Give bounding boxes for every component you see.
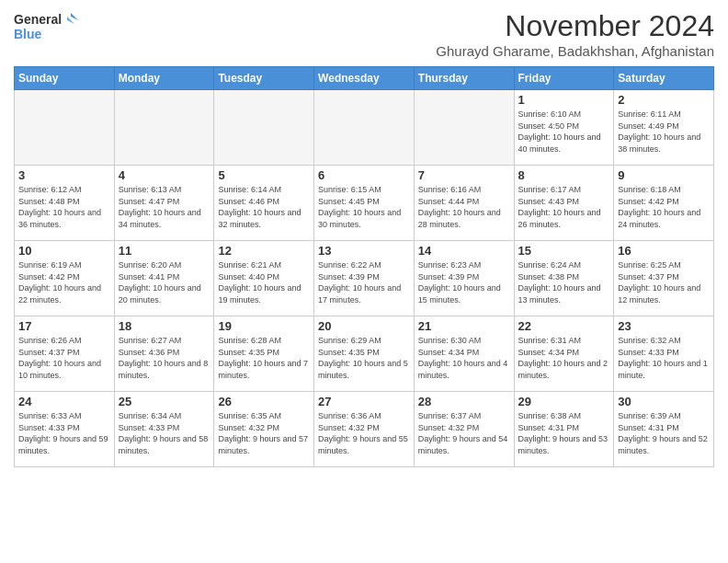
subtitle: Ghurayd Gharame, Badakhshan, Afghanistan — [436, 43, 714, 59]
svg-marker-2 — [71, 13, 78, 20]
day-info: Sunrise: 6:14 AM Sunset: 4:46 PM Dayligh… — [218, 184, 310, 230]
calendar-cell — [314, 90, 415, 166]
calendar-cell: 6Sunrise: 6:15 AM Sunset: 4:45 PM Daylig… — [314, 166, 415, 241]
page: General Blue November 2024 Ghurayd Ghara… — [0, 0, 728, 563]
calendar-cell: 1Sunrise: 6:10 AM Sunset: 4:50 PM Daylig… — [514, 90, 614, 166]
day-info: Sunrise: 6:33 AM Sunset: 4:33 PM Dayligh… — [18, 410, 110, 456]
day-number: 28 — [418, 395, 510, 408]
day-number: 10 — [18, 244, 110, 258]
day-number: 25 — [119, 395, 210, 408]
calendar-cell: 3Sunrise: 6:12 AM Sunset: 4:48 PM Daylig… — [15, 166, 115, 241]
day-number: 18 — [119, 319, 210, 333]
day-info: Sunrise: 6:29 AM Sunset: 4:35 PM Dayligh… — [318, 335, 410, 381]
day-info: Sunrise: 6:27 AM Sunset: 4:36 PM Dayligh… — [119, 335, 210, 381]
calendar-cell — [114, 90, 214, 166]
calendar-cell: 10Sunrise: 6:19 AM Sunset: 4:42 PM Dayli… — [15, 241, 115, 316]
day-info: Sunrise: 6:24 AM Sunset: 4:38 PM Dayligh… — [518, 259, 610, 305]
calendar-cell — [414, 90, 514, 166]
day-number: 6 — [318, 168, 410, 182]
day-info: Sunrise: 6:19 AM Sunset: 4:42 PM Dayligh… — [18, 259, 110, 305]
day-number: 20 — [318, 319, 410, 333]
day-number: 4 — [119, 168, 210, 182]
day-number: 22 — [518, 319, 610, 333]
calendar-cell: 14Sunrise: 6:23 AM Sunset: 4:39 PM Dayli… — [414, 241, 514, 316]
calendar-header-thursday: Thursday — [414, 67, 514, 90]
calendar-week-2: 3Sunrise: 6:12 AM Sunset: 4:48 PM Daylig… — [15, 166, 714, 241]
day-number: 30 — [618, 395, 710, 408]
calendar-cell: 29Sunrise: 6:38 AM Sunset: 4:31 PM Dayli… — [514, 392, 614, 467]
calendar-cell: 18Sunrise: 6:27 AM Sunset: 4:36 PM Dayli… — [114, 316, 214, 392]
day-number: 2 — [618, 93, 710, 107]
calendar-cell: 28Sunrise: 6:37 AM Sunset: 4:32 PM Dayli… — [414, 392, 514, 467]
day-info: Sunrise: 6:34 AM Sunset: 4:33 PM Dayligh… — [119, 410, 210, 456]
calendar-cell: 26Sunrise: 6:35 AM Sunset: 4:32 PM Dayli… — [214, 392, 314, 467]
calendar-cell: 12Sunrise: 6:21 AM Sunset: 4:40 PM Dayli… — [214, 241, 314, 316]
day-info: Sunrise: 6:37 AM Sunset: 4:32 PM Dayligh… — [418, 410, 510, 456]
day-info: Sunrise: 6:36 AM Sunset: 4:32 PM Dayligh… — [318, 410, 410, 456]
title-block: November 2024 Ghurayd Gharame, Badakhsha… — [436, 9, 714, 59]
day-info: Sunrise: 6:18 AM Sunset: 4:42 PM Dayligh… — [618, 184, 710, 230]
svg-text:General: General — [14, 12, 62, 27]
calendar-header-monday: Monday — [114, 67, 214, 90]
day-info: Sunrise: 6:39 AM Sunset: 4:31 PM Dayligh… — [618, 410, 710, 456]
day-info: Sunrise: 6:21 AM Sunset: 4:40 PM Dayligh… — [218, 259, 310, 305]
day-number: 17 — [18, 319, 110, 333]
calendar-cell: 27Sunrise: 6:36 AM Sunset: 4:32 PM Dayli… — [314, 392, 415, 467]
day-info: Sunrise: 6:20 AM Sunset: 4:41 PM Dayligh… — [119, 259, 210, 305]
calendar-week-3: 10Sunrise: 6:19 AM Sunset: 4:42 PM Dayli… — [15, 241, 714, 316]
calendar-cell: 30Sunrise: 6:39 AM Sunset: 4:31 PM Dayli… — [614, 392, 714, 467]
day-info: Sunrise: 6:22 AM Sunset: 4:39 PM Dayligh… — [318, 259, 410, 305]
calendar-cell: 23Sunrise: 6:32 AM Sunset: 4:33 PM Dayli… — [614, 316, 714, 392]
day-number: 14 — [418, 244, 510, 258]
calendar-cell: 22Sunrise: 6:31 AM Sunset: 4:34 PM Dayli… — [514, 316, 614, 392]
calendar-header-row: SundayMondayTuesdayWednesdayThursdayFrid… — [15, 67, 714, 90]
day-number: 13 — [318, 244, 410, 258]
svg-text:Blue: Blue — [14, 27, 42, 41]
day-info: Sunrise: 6:38 AM Sunset: 4:31 PM Dayligh… — [518, 410, 610, 456]
day-number: 27 — [318, 395, 410, 408]
calendar-cell: 19Sunrise: 6:28 AM Sunset: 4:35 PM Dayli… — [214, 316, 314, 392]
day-number: 12 — [218, 244, 310, 258]
calendar-cell: 2Sunrise: 6:11 AM Sunset: 4:49 PM Daylig… — [614, 90, 714, 166]
day-info: Sunrise: 6:30 AM Sunset: 4:34 PM Dayligh… — [418, 335, 510, 381]
day-info: Sunrise: 6:12 AM Sunset: 4:48 PM Dayligh… — [18, 184, 110, 230]
calendar-week-4: 17Sunrise: 6:26 AM Sunset: 4:37 PM Dayli… — [15, 316, 714, 392]
day-info: Sunrise: 6:16 AM Sunset: 4:44 PM Dayligh… — [418, 184, 510, 230]
day-number: 3 — [18, 168, 110, 182]
calendar-header-tuesday: Tuesday — [214, 67, 314, 90]
day-info: Sunrise: 6:10 AM Sunset: 4:50 PM Dayligh… — [518, 109, 610, 155]
day-info: Sunrise: 6:13 AM Sunset: 4:47 PM Dayligh… — [119, 184, 210, 230]
day-number: 29 — [518, 395, 610, 408]
day-info: Sunrise: 6:28 AM Sunset: 4:35 PM Dayligh… — [218, 335, 310, 381]
calendar-header-saturday: Saturday — [614, 67, 714, 90]
calendar-cell: 7Sunrise: 6:16 AM Sunset: 4:44 PM Daylig… — [414, 166, 514, 241]
calendar-cell: 20Sunrise: 6:29 AM Sunset: 4:35 PM Dayli… — [314, 316, 415, 392]
month-title: November 2024 — [436, 9, 714, 43]
header: General Blue November 2024 Ghurayd Ghara… — [14, 9, 714, 59]
calendar-header-wednesday: Wednesday — [314, 67, 415, 90]
day-number: 11 — [119, 244, 210, 258]
calendar-cell: 15Sunrise: 6:24 AM Sunset: 4:38 PM Dayli… — [514, 241, 614, 316]
day-number: 8 — [518, 168, 610, 182]
day-number: 16 — [618, 244, 710, 258]
calendar-cell: 16Sunrise: 6:25 AM Sunset: 4:37 PM Dayli… — [614, 241, 714, 316]
day-info: Sunrise: 6:23 AM Sunset: 4:39 PM Dayligh… — [418, 259, 510, 305]
calendar-header-sunday: Sunday — [15, 67, 115, 90]
day-info: Sunrise: 6:32 AM Sunset: 4:33 PM Dayligh… — [618, 335, 710, 381]
day-info: Sunrise: 6:26 AM Sunset: 4:37 PM Dayligh… — [18, 335, 110, 381]
logo: General Blue — [14, 9, 78, 48]
calendar-cell: 13Sunrise: 6:22 AM Sunset: 4:39 PM Dayli… — [314, 241, 415, 316]
day-number: 23 — [618, 319, 710, 333]
day-info: Sunrise: 6:35 AM Sunset: 4:32 PM Dayligh… — [218, 410, 310, 456]
calendar-header-friday: Friday — [514, 67, 614, 90]
calendar-cell: 24Sunrise: 6:33 AM Sunset: 4:33 PM Dayli… — [15, 392, 115, 467]
calendar-cell: 4Sunrise: 6:13 AM Sunset: 4:47 PM Daylig… — [114, 166, 214, 241]
day-number: 24 — [18, 395, 110, 408]
day-number: 9 — [618, 168, 710, 182]
calendar-cell — [15, 90, 115, 166]
day-number: 21 — [418, 319, 510, 333]
day-number: 7 — [418, 168, 510, 182]
calendar-cell: 8Sunrise: 6:17 AM Sunset: 4:43 PM Daylig… — [514, 166, 614, 241]
day-info: Sunrise: 6:31 AM Sunset: 4:34 PM Dayligh… — [518, 335, 610, 381]
day-info: Sunrise: 6:15 AM Sunset: 4:45 PM Dayligh… — [318, 184, 410, 230]
